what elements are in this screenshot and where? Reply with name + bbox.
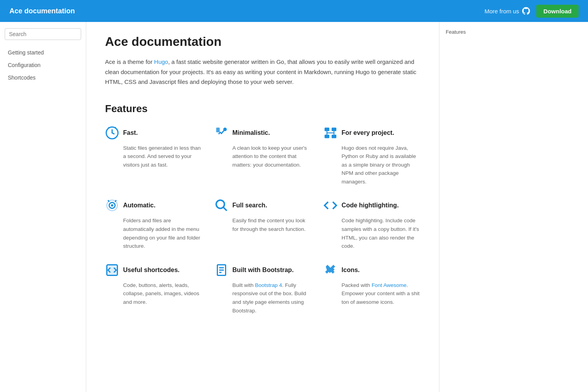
- feature-full-search: Full search. Easily find the content you…: [214, 198, 311, 250]
- feature-code-highlighting-header: Code hightlighting.: [323, 198, 420, 212]
- more-from-us-label: More from us: [485, 8, 519, 15]
- svg-rect-4: [332, 127, 336, 131]
- main-content: Ace documentation Ace is a theme for Hug…: [86, 22, 439, 392]
- feature-automatic-header: Automatic.: [105, 198, 202, 212]
- feature-fast-desc: Static files generated in less than a se…: [105, 144, 202, 169]
- svg-point-11: [216, 200, 224, 209]
- minimalistic-icon: [214, 126, 229, 140]
- feature-bootstrap-header: Built with Bootstrap.: [214, 263, 311, 277]
- svg-rect-5: [325, 134, 329, 138]
- feature-every-project-title: For every project.: [341, 129, 394, 136]
- feature-automatic-desc: Folders and files are automatically adde…: [105, 216, 202, 250]
- bootstrap-icon: [214, 263, 229, 277]
- feature-full-search-desc: Easily find the content you look for thr…: [214, 216, 311, 233]
- github-icon: [522, 7, 530, 15]
- feature-icons-header: Icons.: [323, 263, 420, 277]
- sidebar-nav: Getting started Configuration Shortcodes: [5, 47, 81, 83]
- header: Ace documentation More from us Download: [0, 0, 588, 22]
- bootstrap4-link[interactable]: Bootstrap 4: [255, 282, 282, 288]
- feature-automatic: Automatic. Folders and files are automat…: [105, 198, 202, 250]
- search-icon: [214, 198, 229, 212]
- sidebar-item-shortcodes[interactable]: Shortcodes: [5, 72, 81, 83]
- intro-text-before: Ace is a theme for: [105, 58, 154, 65]
- toc-item-features[interactable]: Features: [446, 29, 466, 35]
- layout: Getting started Configuration Shortcodes…: [0, 22, 588, 392]
- svg-point-10: [111, 204, 113, 207]
- hugo-link[interactable]: Hugo: [154, 58, 168, 65]
- features-grid: Fast. Static files generated in less tha…: [105, 126, 420, 315]
- feature-bootstrap-title: Built with Bootstrap.: [232, 267, 294, 274]
- feature-icons: Icons. Packed with Font Awesome. Empower…: [323, 263, 420, 315]
- feature-every-project-header: For every project.: [323, 126, 420, 140]
- feature-automatic-title: Automatic.: [123, 202, 156, 209]
- feature-minimalistic-header: Minimalistic.: [214, 126, 311, 140]
- feature-bootstrap-desc-before: Built with: [232, 282, 255, 288]
- more-from-us[interactable]: More from us: [485, 7, 530, 15]
- svg-line-12: [223, 207, 227, 211]
- feature-code-highlighting: Code hightlighting. Code highlighting. I…: [323, 198, 420, 250]
- feature-full-search-title: Full search.: [232, 202, 267, 209]
- feature-icons-title: Icons.: [341, 267, 359, 274]
- svg-rect-6: [332, 134, 336, 138]
- feature-code-highlighting-title: Code hightlighting.: [341, 202, 399, 209]
- sidebar-item-configuration[interactable]: Configuration: [5, 60, 81, 71]
- automatic-icon: [105, 198, 119, 212]
- feature-bootstrap-desc: Built with Bootstrap 4. Fully responsive…: [214, 281, 311, 315]
- shortcodes-icon: [105, 263, 119, 277]
- page-title: Ace documentation: [105, 34, 420, 49]
- feature-fast: Fast. Static files generated in less tha…: [105, 126, 202, 186]
- header-right: More from us Download: [485, 5, 579, 18]
- download-button[interactable]: Download: [536, 5, 579, 18]
- feature-every-project: For every project. Hugo does not require…: [323, 126, 420, 186]
- feature-code-highlighting-desc: Code highlighting. Include code samples …: [323, 216, 420, 250]
- svg-rect-3: [325, 127, 329, 131]
- feature-minimalistic-title: Minimalistic.: [232, 129, 270, 136]
- feature-fast-header: Fast.: [105, 126, 202, 140]
- feature-icons-desc: Packed with Font Awesome. Empower your c…: [323, 281, 420, 307]
- feature-shortcodes-desc: Code, buttons, alerts, leads, collapse, …: [105, 281, 202, 307]
- feature-bootstrap: Built with Bootstrap. Built with Bootstr…: [214, 263, 311, 315]
- fast-icon: [105, 126, 119, 140]
- right-sidebar: Features: [439, 22, 510, 392]
- icons-icon: [323, 263, 338, 277]
- features-title: Features: [105, 103, 420, 115]
- feature-minimalistic-desc: A clean look to keep your user's attenti…: [214, 144, 311, 169]
- svg-point-2: [223, 127, 227, 131]
- feature-shortcodes: Useful shortcodes. Code, buttons, alerts…: [105, 263, 202, 315]
- header-title: Ace documentation: [9, 7, 75, 15]
- svg-rect-1: [216, 127, 220, 132]
- feature-every-project-desc: Hugo does not require Java, Python or Ru…: [323, 144, 420, 186]
- feature-shortcodes-title: Useful shortcodes.: [123, 267, 180, 274]
- feature-icons-desc-before: Packed with: [341, 282, 372, 288]
- sidebar-item-getting-started[interactable]: Getting started: [5, 47, 81, 58]
- feature-shortcodes-header: Useful shortcodes.: [105, 263, 202, 277]
- feature-full-search-header: Full search.: [214, 198, 311, 212]
- code-icon: [323, 198, 338, 212]
- feature-fast-title: Fast.: [123, 129, 138, 136]
- left-sidebar: Getting started Configuration Shortcodes: [0, 22, 86, 392]
- search-input[interactable]: [5, 28, 81, 40]
- font-awesome-link[interactable]: Font Awesome: [372, 282, 407, 288]
- feature-minimalistic: Minimalistic. A clean look to keep your …: [214, 126, 311, 186]
- every-project-icon: [323, 126, 338, 140]
- intro-text: Ace is a theme for Hugo, a fast static w…: [105, 57, 420, 87]
